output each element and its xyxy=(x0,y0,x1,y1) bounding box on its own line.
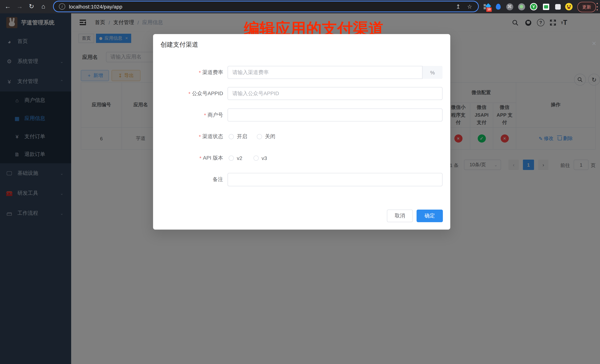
create-payment-channel-dialog: 创建支付渠道 × *渠道费率 请输入渠道费率 % *公众号APPID 请输入公众… xyxy=(153,34,450,230)
browser-reload-icon[interactable]: ↻ xyxy=(27,0,36,13)
profile-emoji-icon[interactable] xyxy=(565,3,572,10)
browser-forward-icon[interactable]: → xyxy=(15,0,24,13)
bookmark-star-icon[interactable]: ☆ xyxy=(467,3,472,10)
close-icon[interactable]: × xyxy=(592,39,596,48)
radio-icon xyxy=(257,134,262,139)
merchant-input[interactable] xyxy=(227,109,442,121)
field-remark: 备注 xyxy=(153,173,450,186)
radio-icon xyxy=(229,134,234,139)
field-appid: *公众号APPID 请输入公众号APPID xyxy=(153,87,450,100)
field-api-version: *API 版本 v2 v3 xyxy=(153,151,450,164)
share-icon[interactable]: ↥ xyxy=(456,3,460,10)
remark-input[interactable] xyxy=(227,173,442,186)
browser-update-button[interactable]: 更新 xyxy=(577,2,596,12)
extension-badge: 10 xyxy=(486,7,492,12)
extension-balloon-icon[interactable] xyxy=(494,3,502,10)
field-status: *渠道状态 开启 关闭 xyxy=(153,130,450,143)
site-info-icon[interactable]: i xyxy=(59,3,65,10)
extension-y-icon[interactable]: Y xyxy=(530,3,537,10)
extensions-puzzle-icon[interactable] xyxy=(554,3,562,10)
confirm-button[interactable]: 确定 xyxy=(417,209,443,222)
appid-input[interactable]: 请输入公众号APPID xyxy=(227,87,442,100)
browser-back-icon[interactable]: ← xyxy=(3,0,13,13)
radio-icon xyxy=(253,155,259,161)
url-text[interactable]: localhost:1024/pay/app xyxy=(69,3,122,9)
extension-chat-icon[interactable] xyxy=(542,3,550,10)
api-v3-radio[interactable]: v3 xyxy=(253,155,267,161)
browser-toolbar: ← → ↻ ⌂ i localhost:1024/pay/app ↥ ☆ 10 … xyxy=(0,0,600,13)
browser-home-icon[interactable]: ⌂ xyxy=(38,0,48,13)
extension-dot-icon[interactable] xyxy=(518,3,525,10)
dialog-title: 创建支付渠道 xyxy=(160,40,198,49)
cancel-button[interactable]: 取消 xyxy=(387,209,413,222)
field-merchant: *商户号 xyxy=(153,109,450,121)
api-v2-radio[interactable]: v2 xyxy=(229,155,242,161)
extension-tabs-icon[interactable]: 10 xyxy=(483,3,491,10)
extension-command-icon[interactable]: ⌘ xyxy=(506,3,513,10)
screen: ← → ↻ ⌂ i localhost:1024/pay/app ↥ ☆ 10 … xyxy=(0,0,600,364)
status-closed-radio[interactable]: 关闭 xyxy=(257,133,275,140)
browser-menu-icon[interactable] xyxy=(596,3,598,10)
status-open-radio[interactable]: 开启 xyxy=(229,133,247,140)
percent-suffix: % xyxy=(422,66,442,79)
field-fee-rate: *渠道费率 请输入渠道费率 % xyxy=(153,66,450,79)
fee-rate-input[interactable]: 请输入渠道费率 % xyxy=(227,66,442,79)
address-bar[interactable]: i localhost:1024/pay/app ↥ ☆ xyxy=(54,1,478,11)
radio-icon xyxy=(229,155,234,161)
